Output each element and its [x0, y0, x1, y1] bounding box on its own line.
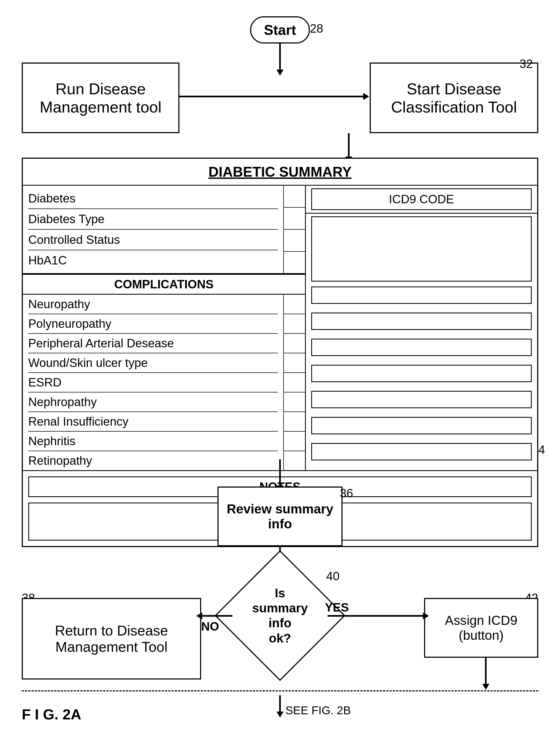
- field-controlled-status: Controlled Status: [28, 230, 278, 250]
- diamond-text: Is summary info ok?: [247, 586, 313, 646]
- ref-36: 36: [340, 486, 353, 500]
- diamond-label: Is summary info ok?: [252, 586, 308, 645]
- start-class-label: Start Disease Classification Tool: [391, 80, 517, 116]
- ref-28: 28: [310, 22, 323, 35]
- label-no: NO: [201, 620, 219, 633]
- checkbox-diabetes[interactable]: [283, 186, 305, 208]
- see-fig-arrow-line: [279, 695, 281, 712]
- checkbox-hba1c[interactable]: [283, 252, 305, 273]
- icd9-field-3[interactable]: [311, 339, 532, 356]
- icd9-spacer-4: [311, 384, 532, 389]
- start-node: Start: [250, 16, 310, 43]
- checkbox-neuropathy[interactable]: [283, 295, 305, 314]
- see-fig-arrow-head: [276, 712, 284, 718]
- icd9-field-7[interactable]: [311, 443, 532, 460]
- review-summary-box[interactable]: Review summary info: [218, 486, 342, 546]
- icd9-field-4[interactable]: [311, 365, 532, 382]
- fig-label: F I G. 2A: [22, 706, 81, 723]
- checkbox-controlled-status[interactable]: [283, 230, 305, 252]
- comp-peripheral: Peripheral Arterial Desease: [28, 334, 278, 353]
- arrow-summary-down: [279, 459, 281, 486]
- checkbox-retinopathy[interactable]: [283, 451, 305, 470]
- label-yes: YES: [325, 601, 349, 614]
- page-container: Start 28 30 Run Disease Management tool …: [0, 0, 560, 739]
- return-disease-label: Return to Disease Management Tool: [55, 622, 168, 655]
- comp-checkboxes: [283, 295, 305, 470]
- diabetic-summary-title: DIABETIC SUMMARY: [23, 159, 537, 186]
- complications-section: Neuropathy Polyneuropathy Peripheral Art…: [23, 295, 305, 470]
- checkbox-peripheral[interactable]: [283, 334, 305, 353]
- icd9-field-2[interactable]: [311, 313, 532, 330]
- run-disease-label: Run Disease Management tool: [40, 80, 161, 116]
- checkbox-wound[interactable]: [283, 353, 305, 373]
- comp-nephritis: Nephritis: [28, 432, 278, 451]
- icd9-spacer-6: [311, 437, 532, 441]
- review-summary-label: Review summary info: [227, 501, 333, 531]
- left-labels: Diabetes Diabetes Type Controlled Status…: [23, 186, 283, 273]
- comp-neuropathy: Neuropathy: [28, 295, 278, 314]
- comp-polyneuropathy: Polyneuropathy: [28, 314, 278, 334]
- icd9-header-box: ICD9 CODE: [311, 188, 532, 210]
- arrow-run-to-class: [179, 96, 364, 97]
- see-fig-arrow: [276, 695, 284, 718]
- icd9-field-6[interactable]: [311, 417, 532, 434]
- field-diabetes-type: Diabetes Type: [28, 209, 278, 230]
- return-disease-box[interactable]: Return to Disease Management Tool: [22, 598, 201, 680]
- icd9-spacer-1: [311, 306, 532, 310]
- complications-header: COMPLICATIONS: [23, 274, 305, 295]
- diamond-container: Is summary info ok?: [234, 569, 326, 662]
- left-top-inner: Diabetes Diabetes Type Controlled Status…: [23, 186, 305, 273]
- left-top-section: Diabetes Diabetes Type Controlled Status…: [23, 186, 305, 274]
- start-label: Start: [264, 22, 296, 38]
- comp-wound: Wound/Skin ulcer type: [28, 353, 278, 373]
- assign-icd9-box[interactable]: Assign ICD9 (button): [424, 598, 538, 658]
- icd9-field-5[interactable]: [311, 391, 532, 408]
- checkbox-polyneuropathy[interactable]: [283, 314, 305, 334]
- checkbox-nephritis[interactable]: [283, 432, 305, 451]
- field-diabetes: Diabetes: [28, 188, 278, 209]
- comp-retinopathy: Retinopathy: [28, 451, 278, 470]
- checkbox-renal[interactable]: [283, 412, 305, 432]
- icd9-header-row: ICD9 CODE: [306, 186, 537, 213]
- comp-nephropathy: Nephropathy: [28, 393, 278, 412]
- top-row: Run Disease Management tool Start Diseas…: [22, 62, 538, 133]
- see-fig-text: SEE FIG. 2B: [285, 704, 351, 717]
- right-column: ICD9 CODE: [306, 186, 537, 470]
- icd9-spacer-5: [311, 410, 532, 415]
- run-disease-box[interactable]: Run Disease Management tool: [22, 62, 179, 133]
- field-hba1c: HbA1C: [28, 250, 278, 270]
- start-class-box[interactable]: Start Disease Classification Tool: [370, 62, 538, 133]
- checkbox-nephropathy[interactable]: [283, 393, 305, 412]
- left-checkboxes: [283, 186, 305, 273]
- ref-32: 32: [520, 57, 533, 71]
- comp-esrd: ESRD: [28, 373, 278, 393]
- diabetic-summary-body: Diabetes Diabetes Type Controlled Status…: [23, 186, 537, 470]
- dashed-line: [22, 690, 538, 692]
- checkbox-esrd[interactable]: [283, 373, 305, 393]
- icd9-field-top[interactable]: [311, 216, 532, 282]
- arrow-no-left: [201, 615, 233, 617]
- comp-renal: Renal Insufficiency: [28, 412, 278, 432]
- icd9-spacer-2: [311, 332, 532, 336]
- ref-40: 40: [326, 569, 339, 583]
- arrow-yes-right: [327, 615, 424, 617]
- arrow-class-down: [348, 133, 349, 158]
- left-column: Diabetes Diabetes Type Controlled Status…: [23, 186, 306, 470]
- icd9-fields: [306, 213, 537, 470]
- assign-icd9-label: Assign ICD9 (button): [445, 613, 518, 643]
- comp-labels: Neuropathy Polyneuropathy Peripheral Art…: [23, 295, 283, 470]
- icd9-spacer-3: [311, 358, 532, 362]
- checkbox-diabetes-type[interactable]: [283, 208, 305, 230]
- arrow-assign-down: [485, 658, 486, 685]
- icd9-field-1[interactable]: [311, 286, 532, 304]
